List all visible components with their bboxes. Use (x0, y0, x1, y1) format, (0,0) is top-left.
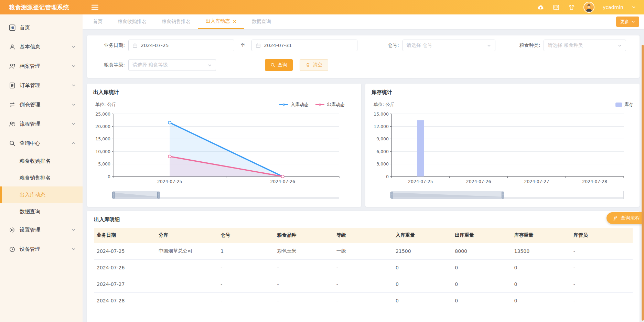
datazoom-handle-left[interactable] (390, 192, 393, 198)
grade-select[interactable]: 请选择 粮食等级 (128, 59, 216, 71)
svg-text:15,000: 15,000 (95, 136, 110, 141)
top-header: 粮食溯源登记管理系统 ? ycadmin (0, 0, 644, 14)
svg-text:0: 0 (386, 174, 389, 179)
username[interactable]: ycadmin (603, 4, 623, 10)
clear-button[interactable]: 清空 (300, 59, 328, 71)
table-cell: 0 (393, 276, 452, 292)
datazoom-selection[interactable] (392, 191, 503, 199)
column-header: 库存重量 (512, 228, 571, 243)
query-flow-button[interactable]: 查询流程 (607, 212, 644, 224)
help-book-icon[interactable]: ? (552, 4, 560, 11)
tab-close-icon[interactable]: × (233, 19, 237, 24)
legend-item-出库动态[interactable]: 出库动态 (315, 101, 345, 108)
calendar-icon (132, 43, 138, 48)
trash-icon (305, 63, 310, 67)
sidebar-item-2[interactable]: 档案管理 (0, 56, 83, 76)
page-scrollbar[interactable] (641, 14, 644, 322)
chevron-down-icon (72, 64, 76, 68)
datazoom-selection[interactable] (114, 191, 159, 199)
date-from-input[interactable]: 2024-07-25 (128, 40, 234, 51)
tab-label: 粮食收购排名 (118, 19, 147, 25)
tab-4[interactable]: 数据查询 (244, 14, 279, 29)
cloud-upload-icon[interactable] (537, 4, 544, 11)
svg-text:?: ? (557, 6, 558, 9)
table-row: 2024-07-28---000- (94, 292, 633, 309)
scrollbar-thumb[interactable] (642, 45, 644, 321)
page-content: 业务日期: 2024-07-25 至 2024-07-31 仓号: 请选择 仓 (83, 29, 644, 322)
table-cell: 2024-07-25 (94, 243, 156, 259)
datazoom-handle-right[interactable] (502, 192, 504, 198)
sidebar-subitem-6-2[interactable]: 出入库动态 (0, 186, 83, 203)
date-to-input[interactable]: 2024-07-31 (251, 40, 357, 51)
chart-unit-label: 单位: 公斤 (95, 101, 116, 108)
sidebar-item-0[interactable]: Hi首页 (0, 18, 83, 37)
sidebar-item-label: 倒仓管理 (20, 101, 72, 108)
clear-button-label: 清空 (313, 62, 322, 68)
datazoom-slider[interactable] (113, 191, 339, 199)
tab-2[interactable]: 粮食销售排名 (154, 14, 198, 29)
sidebar-subitem-6-0[interactable]: 粮食收购排名 (0, 153, 83, 170)
table-cell: - (218, 292, 274, 309)
warehouse-select[interactable]: 请选择 仓号 (402, 40, 495, 51)
tab-1[interactable]: 粮食收购排名 (110, 14, 154, 29)
datazoom-handle-right[interactable] (157, 192, 160, 198)
calendar-icon (256, 43, 261, 48)
search-button-label: 查询 (278, 62, 287, 68)
more-button[interactable]: 更多 (616, 17, 639, 27)
svg-text:2024-07-26: 2024-07-26 (466, 179, 491, 184)
table-cell: 0 (512, 292, 571, 309)
avatar[interactable] (583, 2, 594, 13)
table-header-row: 业务日期分库仓号粮食品种等级入库重量出库重量库存重量库管员 (94, 228, 633, 243)
table-cell: - (275, 292, 334, 309)
chevron-down-icon (72, 247, 76, 251)
archive-user-icon (9, 63, 15, 69)
legend-item-库存[interactable]: 库存 (615, 101, 633, 108)
sidebar-subitem-6-3[interactable]: 数据查询 (0, 203, 83, 220)
legend-label: 入库动态 (291, 101, 309, 108)
chevron-down-icon[interactable] (632, 5, 636, 9)
table-cell (156, 259, 218, 276)
table-cell: - (571, 259, 633, 276)
date-to-value: 2024-07-31 (264, 43, 292, 48)
menu-collapse-icon[interactable] (92, 4, 98, 10)
bar-chart-plot: 03,0006,0009,00012,00015,0002024-07-2520… (372, 110, 633, 187)
sidebar-item-4[interactable]: 倒仓管理 (0, 95, 83, 114)
detail-table-card: 出入库明细 业务日期分库仓号粮食品种等级入库重量出库重量库存重量库管员2024-… (87, 211, 640, 322)
legend-label: 出库动态 (327, 101, 345, 108)
tab-0[interactable]: 首页 (85, 14, 110, 29)
sidebar-subitem-6-1[interactable]: 粮食销售排名 (0, 170, 83, 186)
sidebar-item-5[interactable]: 流程管理 (0, 114, 83, 133)
wheat-icon (612, 215, 618, 221)
table-cell: 8000 (452, 243, 511, 259)
svg-text:25,000: 25,000 (95, 111, 110, 117)
table-cell: - (571, 243, 633, 259)
legend-item-入库动态[interactable]: 入库动态 (279, 101, 309, 108)
date-range-label: 业务日期: (94, 42, 128, 49)
sidebar-item-6[interactable]: 查询中心 (0, 133, 83, 153)
legend-label: 库存 (624, 101, 633, 108)
sidebar-item-8[interactable]: 设备管理 (0, 239, 83, 259)
table-cell: 13500 (512, 243, 571, 259)
chevron-down-icon (618, 43, 622, 48)
table-cell: - (275, 259, 334, 276)
theme-shirt-icon[interactable] (568, 4, 575, 11)
user-icon (9, 44, 15, 50)
grain-type-select[interactable]: 请选择 粮食种类 (544, 40, 626, 51)
chevron-down-icon (72, 103, 76, 107)
search-button[interactable]: 查询 (265, 59, 293, 71)
table-cell: 0 (512, 259, 571, 276)
sidebar-item-1[interactable]: 基本信息 (0, 37, 83, 56)
tab-3[interactable]: 出入库动态× (198, 14, 244, 29)
datazoom-slider[interactable] (391, 191, 624, 199)
chevron-down-icon (72, 45, 76, 49)
tab-bar: 首页粮食收购排名粮食销售排名出入库动态×数据查询 更多 (83, 14, 644, 29)
datazoom-handle-left[interactable] (112, 192, 115, 198)
svg-text:5,000: 5,000 (98, 161, 110, 167)
sidebar-item-7[interactable]: 设置管理 (0, 220, 83, 239)
chart-title: 库存统计 (372, 89, 633, 96)
tab-label: 数据查询 (252, 19, 271, 25)
sidebar-item-3[interactable]: 订单管理 (0, 76, 83, 95)
svg-text:6,000: 6,000 (376, 149, 389, 154)
table-row: 2024-07-27---000- (94, 276, 633, 292)
svg-text:2024-07-27: 2024-07-27 (524, 179, 549, 184)
